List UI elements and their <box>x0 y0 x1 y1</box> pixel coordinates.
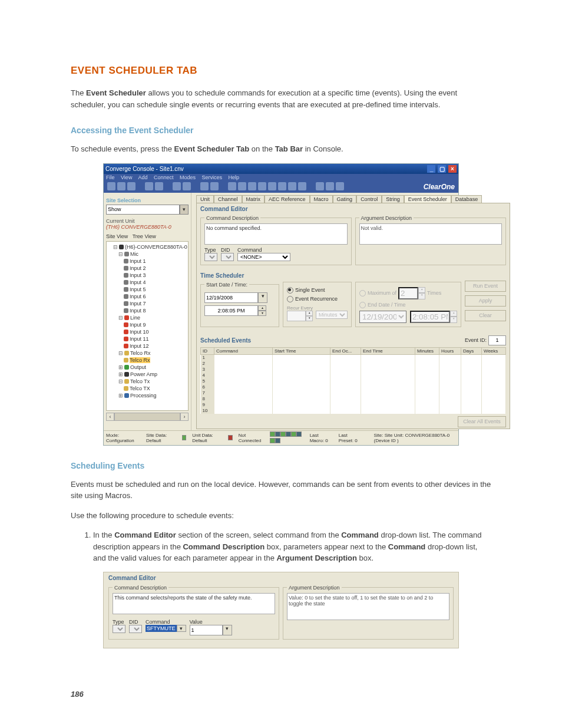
tool-icon[interactable] <box>127 182 135 190</box>
menu-connect[interactable]: Connect <box>154 174 174 180</box>
chevron-down-icon[interactable]: ▾ <box>306 316 313 321</box>
type-select[interactable] <box>204 253 217 261</box>
tree-item[interactable]: Input 4 <box>130 279 146 285</box>
tree-item[interactable]: Input 9 <box>130 322 146 328</box>
menu-modes[interactable]: Modes <box>180 174 196 180</box>
device-tree[interactable]: ⊟(H6)-CONVERGE880TA-0 ⊟Mic Input 1 Input… <box>106 241 189 411</box>
table-row[interactable]: 10 <box>201 408 506 414</box>
tree-poweramp-group[interactable]: Power Amp <box>130 371 157 377</box>
site-selection-dropdown-icon[interactable]: ▾ <box>180 205 189 215</box>
collapse-icon[interactable]: ⊟ <box>118 378 123 384</box>
col-minutes[interactable]: Minutes <box>415 347 439 354</box>
chevron-down-icon[interactable]: ▾ <box>418 293 425 299</box>
tree-item[interactable]: Input 5 <box>130 286 146 292</box>
maximize-button[interactable]: ▢ <box>438 165 446 173</box>
tool-icon[interactable] <box>288 182 296 190</box>
chevron-down-icon[interactable]: ▾ <box>223 625 232 635</box>
event-recurrence-radio[interactable] <box>287 296 293 302</box>
tree-telco-tx-group[interactable]: Telco Tx <box>130 378 150 384</box>
col-weeks[interactable]: Weeks <box>482 347 506 354</box>
tree-telco-rx-group[interactable]: Telco Rx <box>130 350 151 356</box>
tree-item[interactable]: Input 7 <box>130 301 146 307</box>
col-end-time[interactable]: End Time <box>361 347 415 354</box>
tab-gating[interactable]: Gating <box>333 195 357 203</box>
collapse-icon[interactable]: ⊟ <box>118 251 123 257</box>
run-event-button[interactable]: Run Event <box>465 281 506 292</box>
expand-icon[interactable]: ⊞ <box>118 364 123 370</box>
did-select[interactable] <box>129 625 142 633</box>
command-select[interactable]: <NONE> <box>237 253 290 261</box>
type-select[interactable] <box>113 625 125 633</box>
tool-icon[interactable] <box>228 182 236 190</box>
menu-file[interactable]: File <box>106 174 115 180</box>
time-spinner[interactable]: ▴▾ <box>258 305 266 316</box>
tool-icon[interactable] <box>238 182 246 190</box>
tree-item[interactable]: Telco TX <box>130 386 150 391</box>
table-row[interactable]: 4 <box>201 373 506 378</box>
apply-button[interactable]: Apply <box>465 295 506 307</box>
tree-item[interactable]: Input 1 <box>130 258 146 264</box>
table-row[interactable]: 7 <box>201 390 506 396</box>
tool-icon[interactable] <box>183 182 191 190</box>
tree-root[interactable]: (H6)-CONVERGE880TA-0 <box>125 244 187 250</box>
tree-output-group[interactable]: Output <box>130 364 146 370</box>
tree-item[interactable]: Input 2 <box>130 265 146 271</box>
table-row[interactable]: 8 <box>201 396 506 402</box>
did-select[interactable] <box>221 253 234 261</box>
chevron-down-icon[interactable]: ▾ <box>258 311 266 316</box>
tree-item[interactable]: Input 11 <box>130 336 149 342</box>
tree-item[interactable]: Input 10 <box>130 329 149 335</box>
tab-string[interactable]: String <box>382 195 404 203</box>
tab-event-scheduler[interactable]: Event Scheduler <box>404 195 451 203</box>
clear-button[interactable]: Clear <box>465 310 506 321</box>
menu-help[interactable]: Help <box>229 174 240 180</box>
expand-icon[interactable]: ⊞ <box>118 393 123 398</box>
tool-icon[interactable] <box>268 182 276 190</box>
recur-every-input[interactable] <box>287 311 306 321</box>
expand-icon[interactable]: ⊞ <box>118 371 123 377</box>
tree-h-scroll[interactable]: ‹ › <box>106 413 189 421</box>
tree-item[interactable]: Input 6 <box>130 294 146 299</box>
end-date-input[interactable]: 12/19/2008 <box>359 311 406 323</box>
tab-database[interactable]: Database <box>451 195 482 203</box>
maximum-of-radio[interactable] <box>359 290 366 297</box>
tree-item[interactable]: Input 8 <box>130 308 146 314</box>
col-days[interactable]: Days <box>461 347 482 354</box>
end-time-input[interactable] <box>410 311 450 323</box>
tool-icon[interactable] <box>336 182 344 190</box>
table-row[interactable]: 9 <box>201 402 506 408</box>
start-time-input[interactable] <box>204 305 258 316</box>
end-date-radio[interactable] <box>359 302 366 308</box>
max-value-input[interactable] <box>398 287 418 299</box>
tab-control[interactable]: Control <box>356 195 382 203</box>
table-row[interactable]: 3 <box>201 367 506 373</box>
tab-macro[interactable]: Macro <box>310 195 333 203</box>
chevron-down-icon[interactable]: ▾ <box>450 317 457 323</box>
tool-icon[interactable] <box>145 182 153 190</box>
tree-mic-group[interactable]: Mic <box>130 251 138 257</box>
tool-icon[interactable] <box>117 182 125 190</box>
menu-add[interactable]: Add <box>138 174 147 180</box>
col-start-time[interactable]: Start Time <box>273 347 330 354</box>
menu-services[interactable]: Services <box>202 174 223 180</box>
date-picker-icon[interactable]: ▾ <box>258 292 267 303</box>
scroll-left-icon[interactable]: ‹ <box>106 413 114 421</box>
tab-unit[interactable]: Unit <box>196 195 214 203</box>
chevron-up-icon[interactable]: ▴ <box>306 311 313 316</box>
command-select[interactable]: SFTYMUTE <box>146 625 177 632</box>
table-row[interactable]: 2 <box>201 361 506 367</box>
tree-item-selected[interactable]: Telco Rx <box>130 357 150 363</box>
menu-view[interactable]: View <box>121 174 132 180</box>
collapse-icon[interactable]: ⊟ <box>118 315 123 321</box>
tab-matrix[interactable]: Matrix <box>242 195 265 203</box>
start-date-input[interactable] <box>204 292 258 303</box>
tool-icon[interactable] <box>173 182 181 190</box>
minimize-button[interactable]: _ <box>427 165 435 173</box>
scroll-right-icon[interactable]: › <box>180 413 189 421</box>
chevron-up-icon[interactable]: ▴ <box>418 287 425 294</box>
tree-item[interactable]: Input 12 <box>130 343 149 349</box>
event-id-input[interactable] <box>488 335 506 345</box>
value-input[interactable] <box>190 625 223 635</box>
tool-icon[interactable] <box>248 182 256 190</box>
col-hours[interactable]: Hours <box>439 347 461 354</box>
